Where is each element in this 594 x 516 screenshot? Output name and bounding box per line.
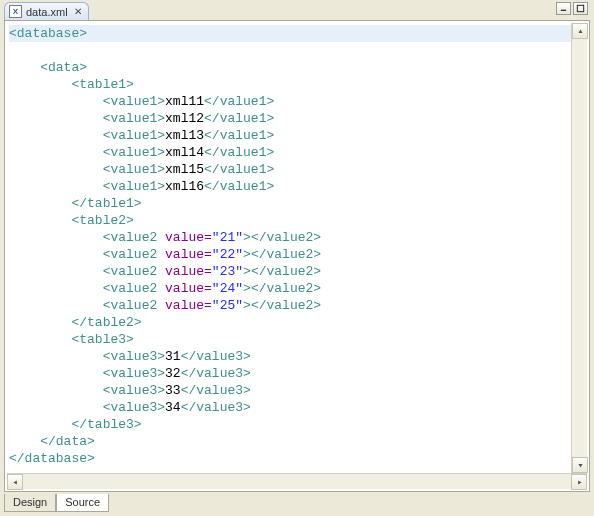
maximize-button[interactable] [573,2,588,15]
tab-design[interactable]: Design [4,494,56,512]
editor-tab-label: data.xml [26,6,68,18]
xml-source-editor[interactable]: <database> <data> <table1> <value1>xml11… [7,23,571,473]
scroll-left-button[interactable] [7,474,23,490]
editor-mode-tabs: Design Source [4,494,109,512]
svg-marker-2 [578,29,582,33]
xml-file-icon [9,5,22,18]
scroll-up-button[interactable] [572,23,588,39]
editor-tab-bar: data.xml ✕ [4,2,544,20]
svg-rect-1 [577,5,583,11]
tab-source[interactable]: Source [56,494,109,512]
svg-marker-4 [13,480,17,484]
svg-marker-3 [578,464,582,468]
scroll-right-button[interactable] [571,474,587,490]
editor-pane: <database> <data> <table1> <value1>xml11… [4,20,590,492]
scroll-down-button[interactable] [572,457,588,473]
vertical-scrollbar[interactable] [571,23,587,473]
window-controls [556,2,588,15]
minimize-button[interactable] [556,2,571,15]
editor-tab-dataxml[interactable]: data.xml ✕ [4,2,89,20]
svg-marker-5 [578,480,582,484]
horizontal-scrollbar[interactable] [7,473,587,489]
close-icon[interactable]: ✕ [74,6,82,17]
